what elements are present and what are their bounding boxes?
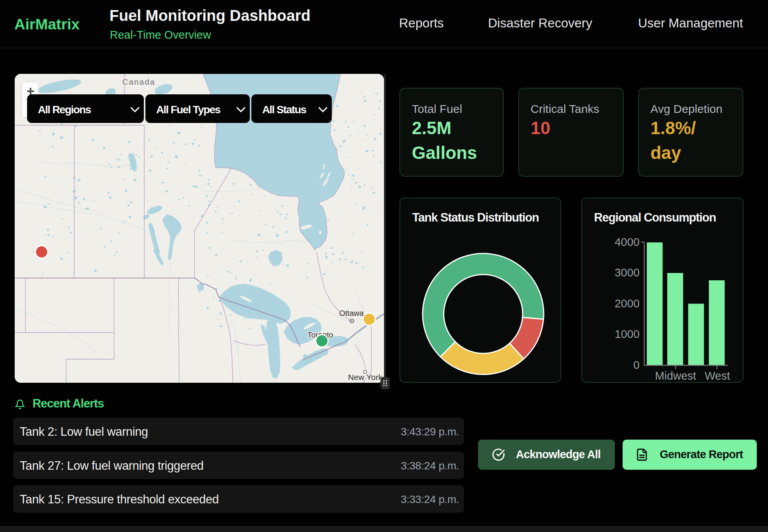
svg-text:New York: New York [348,373,382,382]
svg-text:3000: 3000 [614,266,640,279]
svg-text:Midwest: Midwest [655,370,696,382]
svg-text:Ottawa: Ottawa [339,309,364,317]
svg-text:1000: 1000 [614,328,640,340]
svg-text:2000: 2000 [614,297,640,310]
svg-text:0: 0 [633,359,640,371]
svg-text:West: West [705,370,730,382]
svg-text:Canada: Canada [122,77,155,86]
svg-text:4000: 4000 [614,236,640,248]
